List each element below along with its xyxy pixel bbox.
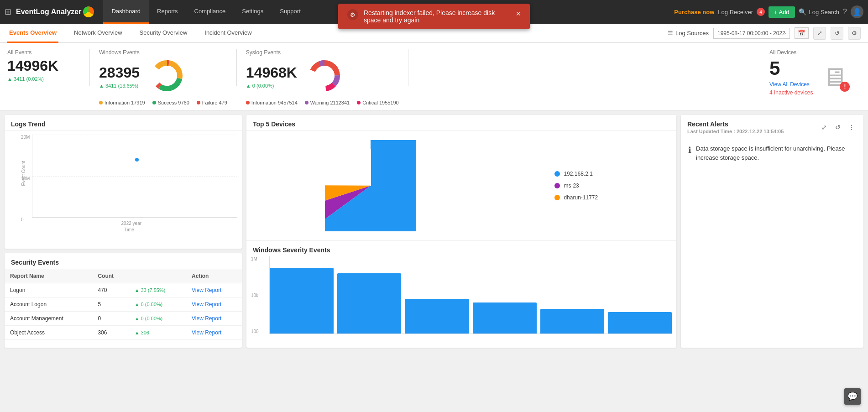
log-receiver-link[interactable]: Log Receiver	[718, 9, 753, 16]
bar-3	[405, 299, 469, 334]
bar-y-1m: 1M	[251, 256, 259, 261]
help-icon[interactable]: ?	[843, 8, 847, 16]
pie-legend: 192.168.2.1 ms-23 dharun-11772	[554, 171, 598, 201]
chart-grid-mid	[32, 176, 237, 177]
search-log-label: Log Search	[809, 9, 840, 16]
pie-label-3: dharun-11772	[564, 194, 598, 201]
view-all-devices-link[interactable]: View All Devices	[769, 81, 813, 88]
cell-trend: ▲ 306	[129, 325, 186, 339]
log-sources-button[interactable]: ☰ Log Sources	[668, 30, 709, 37]
syslog-legend: Information 9457514 Warning 2112341 Crit…	[246, 100, 399, 105]
svg-point-3	[157, 66, 177, 86]
pie-dot-3	[554, 195, 560, 200]
chart-inner	[32, 135, 237, 218]
table-row: Account Management 0 ▲ 0 (0.00%) View Re…	[5, 311, 242, 325]
server-alert-icon: !	[840, 82, 850, 92]
inactive-devices-link[interactable]: 4 Inactive devices	[769, 89, 813, 96]
subnav-events-overview[interactable]: Events Overview	[7, 24, 58, 43]
grid-icon[interactable]: ⊞	[5, 7, 11, 17]
table-row: Object Access 306 ▲ 306 View Report	[5, 325, 242, 339]
refresh-button[interactable]: ↺	[832, 122, 843, 133]
cell-action: View Report	[186, 283, 242, 297]
bar-2	[337, 273, 401, 334]
nav-tab-reports[interactable]: Reports	[149, 0, 186, 24]
chart-y-axis: 20M 10M 0	[21, 135, 30, 222]
windows-legend: Information 17919 Success 9760 Failure 4…	[99, 100, 227, 105]
view-report-link[interactable]: View Report	[192, 301, 221, 308]
view-report-link[interactable]: View Report	[192, 329, 221, 336]
cell-count: 5	[92, 297, 129, 311]
legend-label-failure: Failure 479	[202, 100, 227, 105]
date-range-input[interactable]	[713, 28, 790, 39]
top5-devices-header: Top 5 Devices	[246, 115, 676, 131]
pie-dot-1	[554, 171, 560, 177]
pie-legend-item-2: ms-23	[554, 183, 598, 189]
windows-donut-chart	[149, 57, 185, 94]
view-report-link[interactable]: View Report	[192, 287, 221, 293]
view-report-link[interactable]: View Report	[192, 315, 221, 322]
cell-count: 306	[92, 325, 129, 339]
recent-alerts-title: Recent Alerts	[687, 120, 784, 128]
cell-report-name: Account Management	[5, 311, 92, 325]
legend-label-success: Success 9760	[158, 100, 189, 105]
user-avatar[interactable]: 👤	[851, 5, 863, 18]
subnav-security-overview[interactable]: Security Overview	[138, 24, 189, 43]
legend-label-information: Information 17919	[105, 100, 145, 105]
refresh-icon[interactable]: ↺	[831, 27, 843, 40]
nav-tab-dashboard[interactable]: Dashboard	[103, 0, 149, 24]
all-events-label: All Events	[7, 49, 67, 56]
col-count: Count	[92, 269, 129, 283]
syslog-events-change: ▲ 0 (0.00%)	[246, 83, 297, 89]
purchase-now-button[interactable]: Purchase now	[674, 9, 714, 16]
windows-events-block: Windows Events 28395 ▲ 3411 (13.65%) Inf…	[99, 49, 227, 105]
settings-icon[interactable]: ⚙	[848, 27, 861, 40]
stat-divider-2	[236, 49, 237, 86]
nav-tab-compliance[interactable]: Compliance	[186, 0, 234, 24]
table-header-row: Report Name Count Action	[5, 269, 242, 283]
logo-circle-icon	[83, 6, 94, 17]
legend-dot-information	[99, 101, 103, 104]
legend-dot-syslog-info	[246, 101, 250, 104]
syslog-events-value: 14968K	[246, 64, 297, 81]
more-options-button[interactable]: ⋮	[846, 122, 857, 133]
nav-tab-settings[interactable]: Settings	[234, 0, 272, 24]
all-devices-label: All Devices	[769, 49, 861, 56]
legend-information: Information 17919	[99, 100, 145, 105]
legend-syslog-warning-label: Warning 2112341	[310, 100, 350, 105]
syslog-donut-chart	[306, 57, 343, 94]
win-severity-title: Windows Severity Events	[253, 246, 330, 254]
subnav-incident-overview[interactable]: Incident Overview	[203, 24, 253, 43]
recent-alerts-title-area: Recent Alerts Last Updated Time : 2022-1…	[687, 120, 784, 134]
windows-events-change: ▲ 3411 (13.65%)	[99, 83, 140, 89]
error-message: Restarting indexer failed, Please increa…	[364, 9, 510, 24]
logs-trend-chart: Event Count 20M 10M 0 2022 year Time	[5, 131, 242, 236]
body-grid: Logs Trend Event Count 20M 10M 0 2022 ye…	[0, 110, 868, 352]
stat-divider-1	[89, 49, 90, 86]
col-trend	[129, 269, 186, 283]
error-close-button[interactable]: ×	[516, 9, 521, 19]
recent-alerts-content: ℹ Data storage space is insufficient for…	[681, 137, 863, 169]
notification-badge[interactable]: 4	[757, 8, 765, 16]
recent-alerts-icon-btns: ⤢ ↺ ⋮	[819, 122, 857, 133]
log-sources-icon: ☰	[668, 30, 673, 37]
calendar-button[interactable]: 📅	[795, 27, 809, 39]
chart-grid-top	[32, 135, 237, 135]
search-log-area[interactable]: 🔍 Log Search	[799, 8, 840, 16]
security-events-table: Report Name Count Action Logon 470 ▲ 33 …	[5, 269, 242, 340]
nav-right-area: Purchase now Log Receiver 4 + Add 🔍 Log …	[674, 5, 863, 18]
bars-container	[269, 256, 672, 334]
bar-4	[473, 302, 537, 334]
y-label-20m: 20M	[21, 135, 30, 140]
top5-devices-panel: Top 5 Devices 192.168.2.1 ms	[246, 115, 676, 348]
chart-x-time-label: Time	[124, 227, 134, 232]
nav-tab-support[interactable]: Support	[272, 0, 309, 24]
expand-icon[interactable]: ⤢	[813, 27, 826, 40]
legend-syslog-info-label: Information 9457514	[251, 100, 298, 105]
all-events-block: All Events 14996K ▲ 3411 (0.02%)	[7, 49, 80, 82]
security-events-panel: Security Events Report Name Count Action…	[5, 253, 242, 348]
cell-trend: ▲ 0 (0.00%)	[129, 311, 186, 325]
subnav-network-overview[interactable]: Network Overview	[72, 24, 124, 43]
add-button[interactable]: + Add	[769, 6, 795, 18]
expand-button[interactable]: ⤢	[819, 122, 830, 133]
pie-label-2: ms-23	[564, 183, 579, 189]
